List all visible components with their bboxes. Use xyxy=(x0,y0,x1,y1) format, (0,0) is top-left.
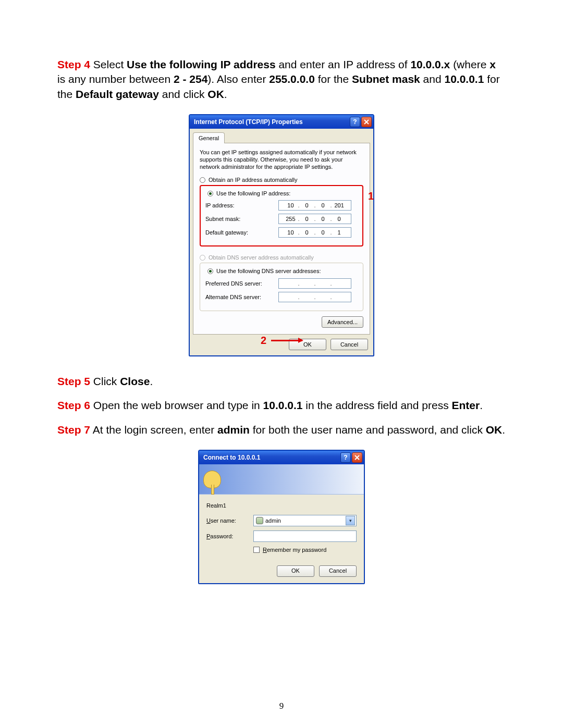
auth-titlebar[interactable]: Connect to 10.0.0.1 ? xyxy=(199,451,364,464)
label-ip: IP address: xyxy=(205,202,278,209)
radio-auto-dns: Obtain DNS server address automatically xyxy=(200,254,363,262)
radio-auto-ip[interactable]: Obtain an IP address automatically xyxy=(200,176,363,184)
label-password: Password: xyxy=(206,533,253,540)
radio-static-ip[interactable]: Use the following IP address: xyxy=(205,190,358,198)
label-pref-dns: Preferred DNS server: xyxy=(205,280,278,288)
auth-dialog: Connect to 10.0.0.1 ? Realm1 User name: … xyxy=(198,450,365,584)
close-button[interactable] xyxy=(361,117,372,127)
default-gateway-input[interactable]: 10. 0. 0. 1 xyxy=(278,227,351,238)
password-input[interactable] xyxy=(253,530,357,542)
alternate-dns-input[interactable]: ... xyxy=(278,292,351,302)
tab-general[interactable]: General xyxy=(193,132,225,143)
label-subnet: Subnet mask: xyxy=(205,215,278,223)
tcpip-screenshot: Internet Protocol (TCP/IP) Properties ? … xyxy=(57,114,506,356)
auth-buttons: OK Cancel xyxy=(199,565,364,583)
person-icon xyxy=(256,517,263,524)
label-username: User name: xyxy=(206,517,253,525)
tcpip-body: General You can get IP settings assigned… xyxy=(190,129,373,355)
keys-icon xyxy=(203,471,221,488)
auth-banner xyxy=(199,464,364,495)
help-button[interactable]: ? xyxy=(350,117,360,127)
subnet-mask-input[interactable]: 255. 0. 0. 0 xyxy=(278,214,351,224)
label-gateway: Default gateway: xyxy=(205,229,278,237)
ok-button[interactable]: OK xyxy=(277,565,314,577)
tcpip-hint: You can get IP settings assigned automat… xyxy=(200,149,363,171)
auth-realm: Realm1 xyxy=(206,502,357,510)
checkbox-icon xyxy=(253,547,260,553)
fieldset-static-ip: Use the following IP address: IP address… xyxy=(200,185,363,247)
help-button[interactable]: ? xyxy=(340,452,351,463)
step7-paragraph: Step 7 At the login screen, enter admin … xyxy=(57,423,506,437)
close-icon xyxy=(364,119,369,125)
step4-paragraph: Step 4 Select Use the following IP addre… xyxy=(57,57,506,102)
advanced-button[interactable]: Advanced... xyxy=(322,316,363,328)
label-alt-dns: Alternate DNS server: xyxy=(205,293,278,301)
username-combo[interactable]: admin ▾ xyxy=(253,515,357,526)
tcpip-titlebar[interactable]: Internet Protocol (TCP/IP) Properties ? xyxy=(190,115,373,129)
radio-icon xyxy=(207,191,213,196)
auth-body: Realm1 User name: admin ▾ Password: Reme… xyxy=(199,495,364,565)
document-page: Step 4 Select Use the following IP addre… xyxy=(0,0,563,728)
annotation-1: 1 xyxy=(368,189,374,203)
close-icon xyxy=(354,455,360,460)
radio-icon xyxy=(200,255,205,261)
username-value: admin xyxy=(265,517,346,525)
ip-address-input[interactable]: 10. 0. 0. 201 xyxy=(278,200,351,211)
step6-label: Step 6 xyxy=(57,399,90,411)
radio-static-dns[interactable]: Use the following DNS server addresses: xyxy=(205,267,358,275)
tcpip-footer: 2 OK Cancel xyxy=(193,335,370,352)
preferred-dns-input[interactable]: ... xyxy=(278,278,351,289)
radio-icon xyxy=(207,268,213,274)
step7-label: Step 7 xyxy=(57,424,90,436)
step5-paragraph: Step 5 Click Close. xyxy=(57,374,506,389)
cancel-button[interactable]: Cancel xyxy=(331,339,368,350)
annotation-arrow xyxy=(271,340,302,341)
step4-label: Step 4 xyxy=(57,58,90,70)
cancel-button[interactable]: Cancel xyxy=(319,565,357,577)
page-number: 9 xyxy=(0,700,563,712)
step5-label: Step 5 xyxy=(57,375,90,387)
tabpage-general: You can get IP settings assigned automat… xyxy=(193,143,370,335)
fieldset-static-dns: Use the following DNS server addresses: … xyxy=(200,263,363,311)
remember-password-checkbox[interactable]: Remember my password xyxy=(253,546,357,554)
annotation-2: 2 xyxy=(261,334,266,348)
auth-screenshot: Connect to 10.0.0.1 ? Realm1 User name: … xyxy=(57,450,506,584)
step6-paragraph: Step 6 Open the web browser and type in … xyxy=(57,398,506,413)
tcpip-dialog: Internet Protocol (TCP/IP) Properties ? … xyxy=(189,114,374,356)
radio-icon xyxy=(200,177,205,183)
chevron-down-icon[interactable]: ▾ xyxy=(346,516,355,525)
auth-title: Connect to 10.0.0.1 xyxy=(203,453,339,462)
close-button[interactable] xyxy=(352,452,362,463)
tcpip-title: Internet Protocol (TCP/IP) Properties xyxy=(194,118,349,126)
